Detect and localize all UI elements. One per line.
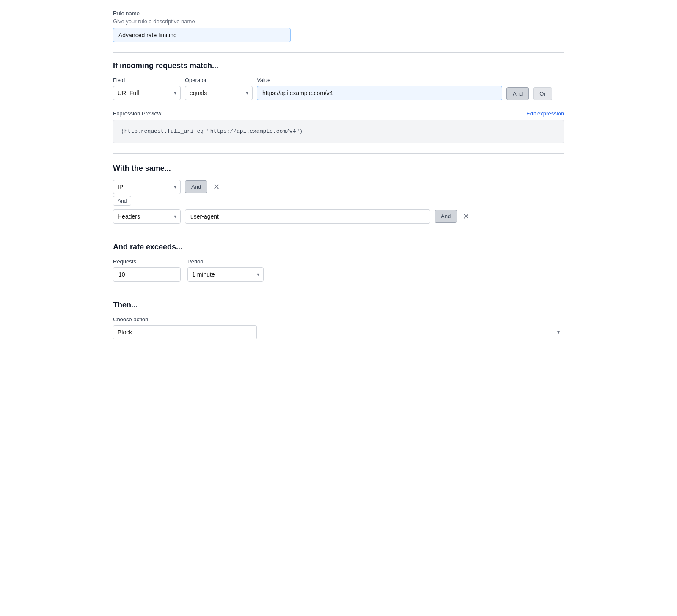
with-same-row-2: IP Headers Cookie User Agent Country ▾ A… xyxy=(113,209,564,224)
with-same-row-1: IP Headers Cookie User Agent Country ▾ A… xyxy=(113,180,564,194)
section-divider-3 xyxy=(113,234,564,234)
action-group: Choose action Block Challenge JS Challen… xyxy=(113,316,564,339)
ip-select[interactable]: IP Headers Cookie User Agent Country xyxy=(113,180,181,194)
requests-label: Requests xyxy=(113,258,181,265)
headers-select[interactable]: IP Headers Cookie User Agent Country xyxy=(113,209,181,224)
expression-preview-box: (http.request.full_uri eq "https://api.e… xyxy=(113,120,564,143)
rule-name-hint: Give your rule a descriptive name xyxy=(113,18,564,25)
rate-exceeds-section: And rate exceeds... Requests Period 10 s… xyxy=(113,243,564,282)
then-title: Then... xyxy=(113,301,564,309)
requests-input[interactable] xyxy=(113,267,181,282)
period-group: Period 10 seconds 1 minute 2 minutes 5 m… xyxy=(187,258,264,282)
operator-col-header: Operator xyxy=(185,77,253,83)
headers-remove-button[interactable]: ✕ xyxy=(461,213,471,220)
with-same-section: With the same... IP Headers Cookie User … xyxy=(113,164,564,224)
expression-preview-label: Expression Preview xyxy=(113,110,161,117)
operator-select[interactable]: equals contains starts with ends with ma… xyxy=(185,86,253,100)
and-connector: And xyxy=(113,196,131,206)
edit-expression-link[interactable]: Edit expression xyxy=(526,110,564,117)
ip-remove-button[interactable]: ✕ xyxy=(212,183,221,191)
section-divider-4 xyxy=(113,292,564,292)
column-headers-row: Field Operator Value xyxy=(113,77,564,86)
rule-name-label: Rule name xyxy=(113,10,564,16)
if-incoming-title: If incoming requests match... xyxy=(113,61,564,70)
action-label: Choose action xyxy=(113,316,564,323)
field-select[interactable]: URI Full URI Method Header IP Source Add… xyxy=(113,86,181,100)
action-select-wrapper: Block Challenge JS Challenge Managed Cha… xyxy=(113,325,564,339)
section-divider-2 xyxy=(113,153,564,154)
rule-name-section: Rule name Give your rule a descriptive n… xyxy=(113,10,564,42)
ip-select-wrapper: IP Headers Cookie User Agent Country ▾ xyxy=(113,180,181,194)
requests-group: Requests xyxy=(113,258,181,282)
expression-preview-header: Expression Preview Edit expression xyxy=(113,110,564,117)
period-label: Period xyxy=(187,258,264,265)
period-select[interactable]: 10 seconds 1 minute 2 minutes 5 minutes … xyxy=(187,267,264,282)
rate-exceeds-title: And rate exceeds... xyxy=(113,243,564,252)
ip-and-button[interactable]: And xyxy=(185,180,207,193)
period-select-wrapper: 10 seconds 1 minute 2 minutes 5 minutes … xyxy=(187,267,264,282)
section-divider xyxy=(113,52,564,53)
rate-exceeds-fields: Requests Period 10 seconds 1 minute 2 mi… xyxy=(113,258,564,282)
value-input[interactable] xyxy=(257,86,502,100)
headers-value-input[interactable] xyxy=(185,209,430,224)
headers-select-wrapper: IP Headers Cookie User Agent Country ▾ xyxy=(113,209,181,224)
expression-preview-section: Expression Preview Edit expression (http… xyxy=(113,110,564,143)
and-button[interactable]: And xyxy=(506,87,529,100)
and-connector-wrapper: And xyxy=(113,196,564,208)
action-select-chevron: ▾ xyxy=(557,329,560,335)
then-section: Then... Choose action Block Challenge JS… xyxy=(113,301,564,339)
field-select-wrapper: URI Full URI Method Header IP Source Add… xyxy=(113,86,181,100)
headers-and-button[interactable]: And xyxy=(435,210,457,223)
field-col-header: Field xyxy=(113,77,181,83)
rule-name-input[interactable] xyxy=(113,28,291,42)
action-select[interactable]: Block Challenge JS Challenge Managed Cha… xyxy=(113,325,257,339)
operator-select-wrapper: equals contains starts with ends with ma… xyxy=(185,86,253,100)
value-col-header: Value xyxy=(257,77,502,83)
condition-row: URI Full URI Method Header IP Source Add… xyxy=(113,86,564,100)
or-button[interactable]: Or xyxy=(533,87,552,100)
with-same-title: With the same... xyxy=(113,164,564,173)
if-incoming-section: If incoming requests match... Field Oper… xyxy=(113,61,564,100)
